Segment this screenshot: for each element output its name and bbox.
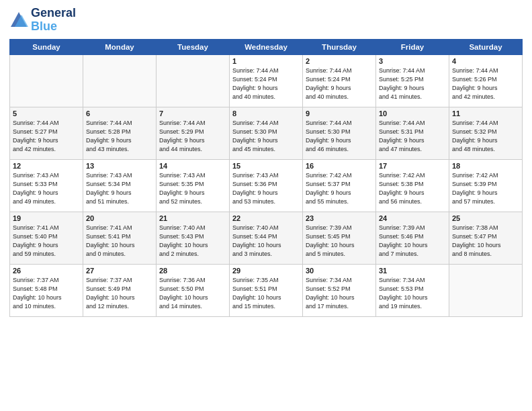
calendar-cell: 9Sunrise: 7:44 AM Sunset: 5:30 PM Daylig… bbox=[303, 107, 376, 159]
calendar-cell: 25Sunrise: 7:38 AM Sunset: 5:47 PM Dayli… bbox=[449, 212, 523, 264]
day-number: 1 bbox=[232, 57, 300, 65]
week-row-4: 19Sunrise: 7:41 AM Sunset: 5:40 PM Dayli… bbox=[10, 212, 523, 264]
day-number: 30 bbox=[306, 267, 373, 275]
day-header-tuesday: Tuesday bbox=[157, 39, 230, 54]
day-number: 22 bbox=[232, 214, 300, 222]
calendar-cell bbox=[10, 54, 83, 107]
day-info: Sunrise: 7:44 AM Sunset: 5:28 PM Dayligh… bbox=[86, 119, 153, 154]
page: General Blue SundayMondayTuesdayWednesda… bbox=[0, 0, 532, 411]
day-info: Sunrise: 7:44 AM Sunset: 5:30 PM Dayligh… bbox=[232, 119, 300, 154]
day-info: Sunrise: 7:43 AM Sunset: 5:33 PM Dayligh… bbox=[13, 171, 80, 206]
week-row-1: 1Sunrise: 7:44 AM Sunset: 5:24 PM Daylig… bbox=[10, 54, 523, 107]
day-info: Sunrise: 7:39 AM Sunset: 5:45 PM Dayligh… bbox=[306, 224, 373, 259]
calendar-cell: 15Sunrise: 7:43 AM Sunset: 5:36 PM Dayli… bbox=[230, 159, 303, 212]
calendar-cell: 14Sunrise: 7:43 AM Sunset: 5:35 PM Dayli… bbox=[157, 159, 230, 212]
day-number: 20 bbox=[86, 214, 153, 222]
day-info: Sunrise: 7:44 AM Sunset: 5:24 PM Dayligh… bbox=[232, 66, 300, 101]
calendar-cell: 19Sunrise: 7:41 AM Sunset: 5:40 PM Dayli… bbox=[10, 212, 83, 264]
day-info: Sunrise: 7:42 AM Sunset: 5:38 PM Dayligh… bbox=[379, 171, 446, 206]
day-info: Sunrise: 7:42 AM Sunset: 5:39 PM Dayligh… bbox=[452, 171, 519, 206]
day-number: 17 bbox=[379, 162, 446, 170]
day-info: Sunrise: 7:40 AM Sunset: 5:43 PM Dayligh… bbox=[159, 224, 226, 259]
day-number: 28 bbox=[159, 267, 226, 275]
calendar-cell: 6Sunrise: 7:44 AM Sunset: 5:28 PM Daylig… bbox=[83, 107, 157, 159]
day-number: 10 bbox=[379, 109, 446, 118]
calendar-cell: 29Sunrise: 7:35 AM Sunset: 5:51 PM Dayli… bbox=[230, 264, 303, 316]
calendar-cell: 17Sunrise: 7:42 AM Sunset: 5:38 PM Dayli… bbox=[376, 159, 449, 212]
calendar-cell: 20Sunrise: 7:41 AM Sunset: 5:41 PM Dayli… bbox=[83, 212, 157, 264]
calendar-cell: 2Sunrise: 7:44 AM Sunset: 5:24 PM Daylig… bbox=[303, 54, 376, 107]
calendar-cell: 28Sunrise: 7:36 AM Sunset: 5:50 PM Dayli… bbox=[157, 264, 230, 316]
day-number: 4 bbox=[452, 57, 519, 65]
day-info: Sunrise: 7:37 AM Sunset: 5:48 PM Dayligh… bbox=[13, 276, 80, 311]
day-number: 25 bbox=[452, 214, 519, 222]
calendar-cell: 11Sunrise: 7:44 AM Sunset: 5:32 PM Dayli… bbox=[449, 107, 523, 159]
calendar-cell: 22Sunrise: 7:40 AM Sunset: 5:44 PM Dayli… bbox=[230, 212, 303, 264]
day-info: Sunrise: 7:38 AM Sunset: 5:47 PM Dayligh… bbox=[452, 224, 519, 259]
day-number: 12 bbox=[13, 162, 80, 170]
calendar-cell: 23Sunrise: 7:39 AM Sunset: 5:45 PM Dayli… bbox=[303, 212, 376, 264]
day-number: 2 bbox=[306, 57, 373, 65]
calendar-cell: 27Sunrise: 7:37 AM Sunset: 5:49 PM Dayli… bbox=[83, 264, 157, 316]
day-info: Sunrise: 7:44 AM Sunset: 5:26 PM Dayligh… bbox=[452, 66, 519, 101]
calendar-cell: 24Sunrise: 7:39 AM Sunset: 5:46 PM Dayli… bbox=[376, 212, 449, 264]
day-number: 15 bbox=[232, 162, 300, 170]
calendar-cell: 21Sunrise: 7:40 AM Sunset: 5:43 PM Dayli… bbox=[157, 212, 230, 264]
day-number: 7 bbox=[159, 109, 226, 118]
day-header-thursday: Thursday bbox=[303, 39, 376, 54]
day-info: Sunrise: 7:43 AM Sunset: 5:34 PM Dayligh… bbox=[86, 171, 153, 206]
logo: General Blue bbox=[9, 7, 76, 34]
calendar-cell bbox=[83, 54, 157, 107]
day-number: 11 bbox=[452, 109, 519, 118]
day-number: 3 bbox=[379, 57, 446, 65]
logo-icon bbox=[9, 11, 28, 30]
calendar-cell: 10Sunrise: 7:44 AM Sunset: 5:31 PM Dayli… bbox=[376, 107, 449, 159]
day-header-friday: Friday bbox=[376, 39, 449, 54]
calendar-cell: 13Sunrise: 7:43 AM Sunset: 5:34 PM Dayli… bbox=[83, 159, 157, 212]
day-header-wednesday: Wednesday bbox=[230, 39, 303, 54]
calendar-cell bbox=[449, 264, 523, 316]
day-info: Sunrise: 7:44 AM Sunset: 5:32 PM Dayligh… bbox=[452, 119, 519, 154]
day-number: 13 bbox=[86, 162, 153, 170]
day-number: 14 bbox=[159, 162, 226, 170]
day-info: Sunrise: 7:34 AM Sunset: 5:52 PM Dayligh… bbox=[306, 276, 373, 311]
calendar-cell: 26Sunrise: 7:37 AM Sunset: 5:48 PM Dayli… bbox=[10, 264, 83, 316]
day-info: Sunrise: 7:35 AM Sunset: 5:51 PM Dayligh… bbox=[232, 276, 300, 311]
day-info: Sunrise: 7:36 AM Sunset: 5:50 PM Dayligh… bbox=[159, 276, 226, 311]
day-number: 16 bbox=[306, 162, 373, 170]
day-header-monday: Monday bbox=[83, 39, 157, 54]
calendar-cell: 1Sunrise: 7:44 AM Sunset: 5:24 PM Daylig… bbox=[230, 54, 303, 107]
day-number: 18 bbox=[452, 162, 519, 170]
week-row-2: 5Sunrise: 7:44 AM Sunset: 5:27 PM Daylig… bbox=[10, 107, 523, 159]
calendar-cell: 18Sunrise: 7:42 AM Sunset: 5:39 PM Dayli… bbox=[449, 159, 523, 212]
calendar-cell: 31Sunrise: 7:34 AM Sunset: 5:53 PM Dayli… bbox=[376, 264, 449, 316]
calendar-cell: 4Sunrise: 7:44 AM Sunset: 5:26 PM Daylig… bbox=[449, 54, 523, 107]
day-info: Sunrise: 7:42 AM Sunset: 5:37 PM Dayligh… bbox=[306, 171, 373, 206]
calendar-table: SundayMondayTuesdayWednesdayThursdayFrid… bbox=[9, 39, 523, 317]
header: General Blue bbox=[9, 7, 523, 34]
calendar-cell: 5Sunrise: 7:44 AM Sunset: 5:27 PM Daylig… bbox=[10, 107, 83, 159]
day-number: 9 bbox=[306, 109, 373, 118]
calendar-cell: 12Sunrise: 7:43 AM Sunset: 5:33 PM Dayli… bbox=[10, 159, 83, 212]
calendar-cell: 30Sunrise: 7:34 AM Sunset: 5:52 PM Dayli… bbox=[303, 264, 376, 316]
day-info: Sunrise: 7:41 AM Sunset: 5:40 PM Dayligh… bbox=[13, 224, 80, 259]
day-info: Sunrise: 7:44 AM Sunset: 5:27 PM Dayligh… bbox=[13, 119, 80, 154]
day-info: Sunrise: 7:44 AM Sunset: 5:25 PM Dayligh… bbox=[379, 66, 446, 101]
calendar-cell: 16Sunrise: 7:42 AM Sunset: 5:37 PM Dayli… bbox=[303, 159, 376, 212]
day-number: 23 bbox=[306, 214, 373, 222]
day-number: 27 bbox=[86, 267, 153, 275]
day-number: 6 bbox=[86, 109, 153, 118]
day-number: 24 bbox=[379, 214, 446, 222]
calendar-cell: 3Sunrise: 7:44 AM Sunset: 5:25 PM Daylig… bbox=[376, 54, 449, 107]
calendar-cell: 8Sunrise: 7:44 AM Sunset: 5:30 PM Daylig… bbox=[230, 107, 303, 159]
day-number: 5 bbox=[13, 109, 80, 118]
day-info: Sunrise: 7:39 AM Sunset: 5:46 PM Dayligh… bbox=[379, 224, 446, 259]
day-number: 29 bbox=[232, 267, 300, 275]
day-number: 19 bbox=[13, 214, 80, 222]
day-number: 26 bbox=[13, 267, 80, 275]
day-info: Sunrise: 7:44 AM Sunset: 5:31 PM Dayligh… bbox=[379, 119, 446, 154]
day-info: Sunrise: 7:44 AM Sunset: 5:24 PM Dayligh… bbox=[306, 66, 373, 101]
day-number: 31 bbox=[379, 267, 446, 275]
day-info: Sunrise: 7:37 AM Sunset: 5:49 PM Dayligh… bbox=[86, 276, 153, 311]
day-header-sunday: Sunday bbox=[10, 39, 83, 54]
